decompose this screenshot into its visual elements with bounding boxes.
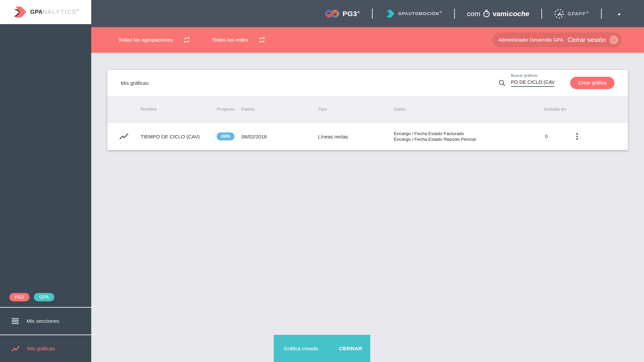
brand-gpautomocion[interactable]: GPAUTOMOCIÓN®	[385, 9, 442, 18]
header-divider	[541, 9, 542, 19]
line-chart-icon	[12, 346, 19, 352]
table-header-row: Nombre Proyecto Fecha Tipo Datos Incluid…	[107, 96, 628, 123]
page-title: Mis gráficas	[121, 80, 149, 86]
column-header-datos: Datos	[394, 107, 544, 112]
logout-button[interactable]: Cerrar sesión ✕	[568, 36, 618, 44]
gpautomocion-arrow-icon	[385, 9, 395, 18]
stopwatch-icon	[482, 9, 491, 18]
gpanalytics-logo[interactable]: GPANALYTICS®	[0, 0, 91, 24]
search-icon	[498, 79, 506, 87]
comprovamicoche-pre: com	[467, 10, 480, 18]
filter-bar: Todas las agrupaciones Todas las redes A…	[91, 27, 644, 53]
column-header-fecha: Fecha	[241, 107, 318, 112]
sidebar: PG3 GPA Mis secciones Mis gráficas	[0, 24, 91, 362]
row-proyecto: GPA	[217, 132, 241, 140]
search-area: Buscar gráficas PO DE CICLO (CAV) Crear …	[498, 77, 614, 89]
column-header-tipo: Tipo	[318, 107, 394, 112]
sidebar-item-label: Mis secciones	[26, 318, 59, 324]
sidebar-badges: PG3 GPA	[0, 293, 91, 307]
row-nombre: TIEMPO DE CICLO (CAV)	[141, 134, 217, 139]
collapse-header-button[interactable]: ▲	[614, 9, 625, 18]
sidebar-item-label: Mis gráficas	[27, 346, 55, 352]
search-input-value: PO DE CICLO (CAV)	[511, 79, 554, 85]
top-header: PG3® GPAUTOMOCIÓN® com	[0, 0, 644, 27]
toast-close-button[interactable]: CERRAR	[336, 343, 366, 354]
row-incluida-en: 0	[544, 134, 574, 139]
sidebar-item-mis-graficas[interactable]: Mis gráficas	[0, 335, 91, 362]
comprovamicoche-italic: coche	[509, 10, 530, 18]
snackbar-toast: Gráfica creada CERRAR	[274, 335, 370, 362]
column-header-proyecto: Proyecto	[217, 107, 241, 112]
gpanalytics-wordmark: GPANALYTICS®	[30, 9, 79, 15]
pg3-infinity-icon	[325, 9, 339, 19]
header-divider	[454, 9, 455, 19]
header-divider	[372, 9, 373, 19]
row-datos-line: Encargo / Fecha Estado Reporte Pericial	[394, 136, 544, 142]
user-session-pill: Administrador Desarrollo GPA Cerrar sesi…	[492, 33, 622, 47]
search-input[interactable]: Buscar gráficas PO DE CICLO (CAV)	[511, 79, 554, 87]
swap-groupings-icon	[183, 36, 191, 44]
gpautomocion-label: GPAUTOMOCIÓN®	[398, 11, 442, 16]
comprovamicoche-bold: vami	[493, 10, 509, 18]
filter-networks[interactable]: Todas las redes	[212, 36, 266, 44]
logout-label: Cerrar sesión	[568, 36, 606, 44]
row-actions-kebab-icon[interactable]	[574, 131, 580, 142]
filter-groupings[interactable]: Todas las agrupaciones	[118, 36, 191, 44]
column-header-incluida: Incluida en	[544, 107, 574, 112]
brand-cluster: PG3® GPAUTOMOCIÓN® com	[325, 0, 625, 27]
toast-message: Gráfica creada	[284, 346, 318, 352]
pg3-label: PG3®	[342, 10, 360, 18]
brand-pg3[interactable]: PG3®	[325, 9, 360, 19]
sections-list-icon	[12, 318, 19, 324]
card-header: Mis gráficas Buscar gráficas PO DE CICLO…	[107, 70, 628, 96]
row-datos-line: Encargo / Fecha Estado Facturado	[394, 131, 544, 136]
row-chart-type-icon	[107, 133, 141, 140]
gpapp-wrench-icon	[554, 9, 564, 19]
sidebar-badge-pg3[interactable]: PG3	[9, 293, 30, 301]
filter-networks-label: Todas las redes	[212, 37, 249, 43]
row-datos: Encargo / Fecha Estado Facturado Encargo…	[394, 131, 544, 142]
brand-comprovamicoche[interactable]: com vami coche	[467, 9, 529, 18]
sidebar-badge-gpa[interactable]: GPA	[34, 293, 54, 301]
column-header-nombre: Nombre	[141, 107, 217, 112]
user-name: Administrador Desarrollo GPA	[498, 37, 563, 43]
swap-networks-icon	[258, 36, 266, 44]
search-input-label: Buscar gráficas	[511, 73, 537, 77]
logout-close-icon: ✕	[609, 36, 618, 44]
header-divider	[601, 9, 602, 19]
table-row[interactable]: TIEMPO DE CICLO (CAV) GPA 08/02/2018 Lín…	[107, 123, 628, 150]
gpapp-label: GPAPP®	[568, 11, 589, 16]
brand-gpapp[interactable]: GPAPP®	[554, 9, 589, 19]
row-fecha: 08/02/2018	[241, 134, 318, 139]
filter-groupings-label: Todas las agrupaciones	[118, 37, 173, 43]
row-tipo: Líneas rectas	[318, 134, 394, 139]
my-charts-card: Mis gráficas Buscar gráficas PO DE CICLO…	[107, 70, 628, 150]
create-chart-button[interactable]: Crear gráfica	[570, 77, 614, 89]
sidebar-item-mis-secciones[interactable]: Mis secciones	[0, 308, 91, 335]
project-badge: GPA	[217, 132, 234, 140]
gpanalytics-arrow-icon	[12, 6, 27, 18]
